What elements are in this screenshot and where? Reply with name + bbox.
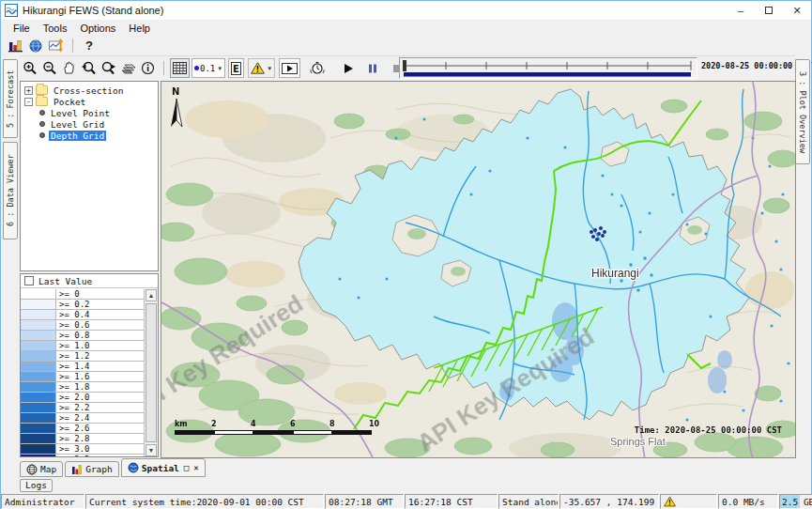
tree-item-label-selected[interactable]: Depth Grid: [49, 131, 106, 141]
timer-clock-icon: [310, 61, 325, 76]
legend-panel: Last Value >= 0>= 0.2>= 0.4>= 0.6>= 0.8>…: [20, 273, 159, 457]
scroll-up-icon[interactable]: ▲: [146, 289, 157, 301]
timeseries-display-button[interactable]: [46, 37, 67, 54]
menu-help[interactable]: Help: [122, 22, 157, 35]
grid-display-button[interactable]: [170, 58, 190, 78]
menu-file[interactable]: File: [7, 22, 37, 35]
legend-row[interactable]: >= 1.0: [21, 341, 144, 351]
legend-row[interactable]: >= 0.8: [21, 331, 144, 341]
tab-map[interactable]: Map: [20, 461, 63, 477]
zoom-previous-button[interactable]: [79, 58, 99, 78]
maximize-icon: [765, 7, 773, 14]
status-download-speed: 0.0 MB/s: [718, 494, 778, 509]
layers-button[interactable]: [118, 58, 138, 78]
legend-row[interactable]: >= 0.2: [21, 300, 144, 310]
legend-row[interactable]: >= 1.6: [21, 372, 144, 382]
menu-options[interactable]: Options: [73, 22, 122, 35]
warning-icon: [251, 62, 265, 74]
movie-play-icon: [282, 63, 298, 74]
legend-row[interactable]: >= 2.6: [21, 424, 144, 434]
tree-item-label[interactable]: Pocket: [52, 97, 87, 107]
zoom-next-button[interactable]: [99, 58, 118, 78]
legend-row[interactable]: >= 0.6: [21, 320, 144, 331]
play-button[interactable]: [338, 58, 358, 78]
thresholds-dropdown[interactable]: ▼: [248, 58, 275, 78]
time-slider-handle[interactable]: [403, 60, 406, 71]
tab-plot-overview[interactable]: 3 : Plot Overview: [795, 59, 810, 164]
tree-item-level-point[interactable]: Level Point: [21, 107, 158, 118]
legend-row-label: >= 0.4: [56, 310, 90, 319]
tree-item-level-grid[interactable]: Level Grid: [21, 118, 158, 130]
time-slider[interactable]: [399, 57, 697, 79]
legend-row[interactable]: >= 2.2: [21, 403, 144, 413]
zoom-in-button[interactable]: [20, 58, 39, 78]
collapse-icon[interactable]: -: [24, 98, 33, 106]
close-button[interactable]: ✕: [783, 1, 811, 20]
scalebar-tick-label: 10: [369, 420, 379, 428]
explorer-barchart-button[interactable]: [5, 37, 25, 54]
legend-row-label: >= 1.2: [56, 351, 90, 361]
tab-forecast[interactable]: 5 : Forecast: [3, 59, 18, 138]
profile-button[interactable]: E: [228, 58, 244, 78]
last-value-checkbox[interactable]: [24, 276, 34, 285]
legend-scrollbar[interactable]: ▲ ▼: [144, 289, 158, 456]
logs-button[interactable]: Logs: [20, 479, 53, 492]
legend-row[interactable]: >= 1.4: [21, 362, 144, 372]
minimize-button[interactable]: –: [727, 1, 755, 20]
toolbar-separator: [72, 39, 73, 53]
animation-export-button[interactable]: [279, 58, 300, 78]
animation-timer-button[interactable]: [307, 58, 327, 78]
legend-color-swatch: [21, 310, 56, 319]
menu-tools[interactable]: Tools: [37, 22, 74, 35]
info-icon: [141, 61, 155, 75]
map-display-button[interactable]: [25, 37, 46, 54]
map-tab-globe-icon: [26, 464, 38, 475]
left-tab-strip: 5 : Forecast 6 : Data Viewer: [1, 55, 19, 492]
legend-row[interactable]: >= 3.2: [21, 455, 144, 456]
expand-icon[interactable]: +: [24, 86, 33, 95]
legend-row[interactable]: >= 2.0: [21, 393, 144, 403]
tree-item-label[interactable]: Level Point: [49, 108, 112, 118]
tree-item-label[interactable]: Cross-section: [52, 85, 125, 96]
contour-interval-dropdown[interactable]: 0.1 ▼: [192, 58, 225, 78]
help-button[interactable]: ?: [79, 37, 100, 54]
map-canvas[interactable]: API Key Required API Key Required Hikura…: [161, 81, 796, 458]
menu-bar: File Tools Options Help: [1, 20, 811, 36]
tab-data-viewer[interactable]: 6 : Data Viewer: [3, 142, 18, 239]
tab-graph[interactable]: Graph: [65, 461, 119, 477]
scroll-down-icon[interactable]: ▼: [146, 444, 157, 456]
current-time-label: 2020-08-25 00:00:00 CST: [701, 61, 797, 70]
info-button[interactable]: [138, 58, 158, 78]
node-bullet-icon: [39, 121, 45, 127]
toolbar-separator: [163, 61, 164, 75]
tree-item-pocket[interactable]: - Pocket: [21, 96, 158, 107]
zoom-out-button[interactable]: [39, 58, 59, 78]
legend-color-swatch: [21, 403, 56, 412]
legend-row[interactable]: >= 0.4: [21, 310, 144, 320]
scalebar-segment: [293, 430, 332, 435]
tree-item-depth-grid[interactable]: Depth Grid: [21, 130, 158, 141]
legend-color-swatch: [21, 362, 56, 371]
layers-tree-panel[interactable]: + Cross-section - Pocket Level Point Lev…: [20, 81, 159, 271]
legend-row[interactable]: >= 2.4: [21, 413, 144, 424]
tab-restore-icon[interactable]: □: [184, 463, 189, 472]
tab-spatial[interactable]: Spatial □ ✕: [121, 458, 206, 477]
legend-row[interactable]: >= 0: [21, 289, 144, 300]
legend-color-swatch: [21, 413, 56, 423]
pan-button[interactable]: [59, 58, 79, 78]
legend-row-label: >= 0.2: [56, 300, 90, 309]
legend-row[interactable]: >= 3.0: [21, 444, 144, 455]
legend-row[interactable]: >= 2.8: [21, 434, 144, 444]
legend-row-label: >= 2.0: [56, 393, 90, 402]
scrollbar-thumb[interactable]: [146, 303, 157, 442]
legend-color-swatch: [21, 444, 56, 454]
legend-color-swatch: [21, 351, 56, 361]
tab-close-icon[interactable]: ✕: [193, 463, 198, 472]
node-bullet-icon: [39, 132, 45, 138]
maximize-button[interactable]: [755, 1, 783, 20]
legend-color-swatch: [21, 320, 56, 330]
tree-item-label[interactable]: Level Grid: [49, 119, 106, 130]
pause-button[interactable]: [362, 58, 382, 78]
legend-row[interactable]: >= 1.2: [21, 351, 144, 362]
legend-row[interactable]: >= 1.8: [21, 382, 144, 393]
